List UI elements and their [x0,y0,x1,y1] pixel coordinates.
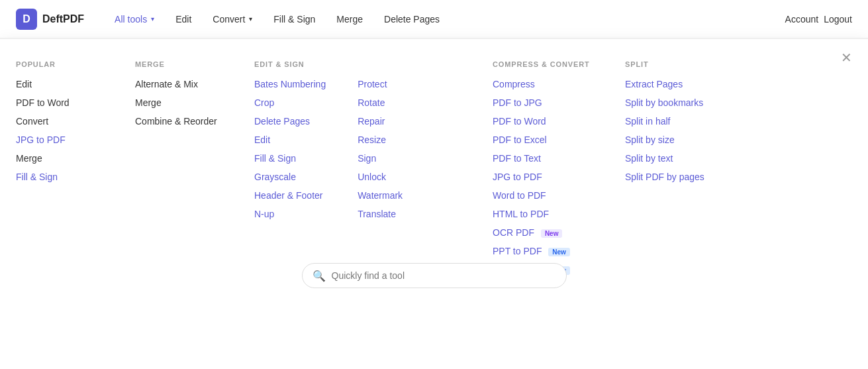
split-in-half[interactable]: Split in half [625,116,736,127]
dropdown-menu: POPULAR Edit PDF to Word Convert JPG to … [0,38,868,304]
edit-resize[interactable]: Resize [358,134,403,145]
compress-pdf-to-excel[interactable]: PDF to Excel [493,134,604,145]
close-button[interactable]: ✕ [841,50,852,66]
compress-word-to-pdf[interactable]: Word to PDF [493,190,604,201]
nav-fill-sign[interactable]: Fill & Sign [264,9,324,30]
nav-right: Account Logout [785,14,852,25]
edit-bates[interactable]: Bates Numbering [254,79,326,89]
compress-ocr[interactable]: OCR PDF New [493,227,604,238]
merge-combine[interactable]: Combine & Reorder [135,116,233,127]
split-title: SPLIT [625,60,736,68]
merge-title: MERGE [135,60,233,68]
compress-pdf-to-text[interactable]: PDF to Text [493,153,604,164]
account-link[interactable]: Account [785,14,819,25]
popular-pdf-to-word[interactable]: PDF to Word [16,97,114,108]
merge-alternate[interactable]: Alternate & Mix [135,79,233,89]
compress-title: COMPRESS & CONVERT [493,60,604,68]
compress-jpg-to-pdf[interactable]: JPG to PDF [493,172,604,182]
split-bookmarks[interactable]: Split by bookmarks [625,97,736,108]
nav-all-tools[interactable]: All tools ▾ [105,9,164,30]
compress-html-to-pdf[interactable]: HTML to PDF [493,209,604,219]
nav-delete-pages[interactable]: Delete Pages [375,9,449,30]
edit-sign-col2: Protect Rotate Repair Resize Sign Unlock… [358,79,403,227]
edit-header-footer[interactable]: Header & Footer [254,190,326,201]
split-by-pages[interactable]: Split PDF by pages [625,172,736,182]
edit-fill-sign[interactable]: Fill & Sign [254,153,326,164]
edit-sign-section: EDIT & SIGN Bates Numbering Crop Delete … [254,60,493,283]
edit-unlock[interactable]: Unlock [358,172,403,182]
nav-convert[interactable]: Convert ▾ [203,9,262,30]
compress-compress[interactable]: Compress [493,79,604,89]
split-section: SPLIT Extract Pages Split by bookmarks S… [625,60,757,283]
edit-repair[interactable]: Repair [358,116,403,127]
edit-delete-pages[interactable]: Delete Pages [254,116,326,127]
ocr-badge: New [541,229,563,238]
edit-sign-title: EDIT & SIGN [254,60,471,68]
edit-crop[interactable]: Crop [254,97,326,108]
search-bar-wrapper: 🔍 [302,263,567,288]
search-icon: 🔍 [313,270,326,282]
ppt-to-pdf-badge: New [548,248,570,256]
logout-link[interactable]: Logout [824,14,852,25]
compress-pdf-to-word[interactable]: PDF to Word [493,116,604,127]
edit-sign[interactable]: Sign [358,153,403,164]
edit-grayscale[interactable]: Grayscale [254,172,326,182]
edit-nup[interactable]: N-up [254,209,326,219]
logo-area[interactable]: D DeftPDF [16,9,84,30]
compress-section: COMPRESS & CONVERT Compress PDF to JPG P… [493,60,625,283]
popular-section: POPULAR Edit PDF to Word Convert JPG to … [16,60,135,283]
main-nav: All tools ▾ Edit Convert ▾ Fill & Sign M… [105,9,785,30]
chevron-down-icon: ▾ [249,15,252,23]
popular-fill-sign[interactable]: Fill & Sign [16,172,114,182]
edit-edit[interactable]: Edit [254,134,326,145]
logo-icon: D [16,9,37,30]
popular-title: POPULAR [16,60,114,68]
popular-jpg-to-pdf[interactable]: JPG to PDF [16,134,114,145]
edit-translate[interactable]: Translate [358,209,403,219]
popular-edit[interactable]: Edit [16,79,114,89]
edit-sign-columns: Bates Numbering Crop Delete Pages Edit F… [254,79,471,227]
edit-watermark[interactable]: Watermark [358,190,403,201]
merge-merge[interactable]: Merge [135,97,233,108]
header: D DeftPDF All tools ▾ Edit Convert ▾ Fil… [0,0,868,38]
nav-merge[interactable]: Merge [327,9,372,30]
logo-text: DeftPDF [42,13,84,25]
search-input[interactable] [302,263,567,288]
compress-ppt-to-pdf[interactable]: PPT to PDF New [493,246,604,256]
split-by-size[interactable]: Split by size [625,134,736,145]
edit-rotate[interactable]: Rotate [358,97,403,108]
merge-section: MERGE Alternate & Mix Merge Combine & Re… [135,60,254,283]
edit-protect[interactable]: Protect [358,79,403,89]
split-extract[interactable]: Extract Pages [625,79,736,89]
chevron-down-icon: ▾ [151,15,154,23]
edit-sign-col1: Bates Numbering Crop Delete Pages Edit F… [254,79,326,227]
compress-pdf-to-jpg[interactable]: PDF to JPG [493,97,604,108]
nav-edit[interactable]: Edit [166,9,201,30]
split-by-text[interactable]: Split by text [625,153,736,164]
popular-convert[interactable]: Convert [16,116,114,127]
popular-merge[interactable]: Merge [16,153,114,164]
